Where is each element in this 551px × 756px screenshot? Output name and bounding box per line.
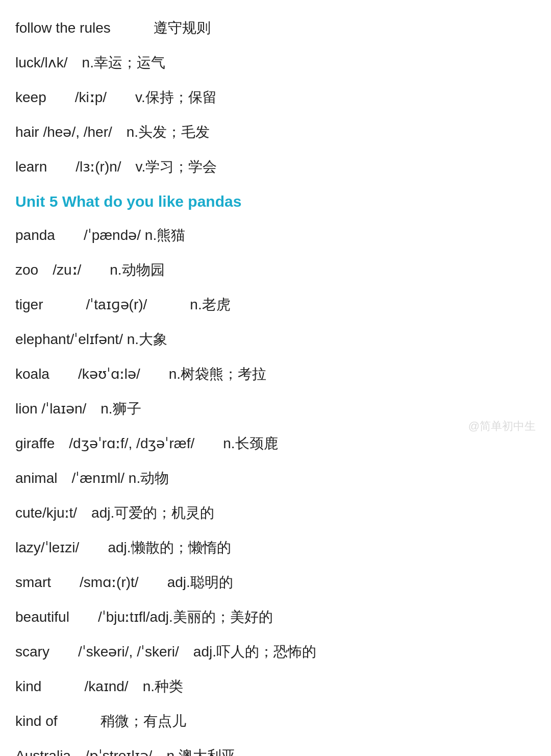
pos-translation: n.长颈鹿 [223,435,278,451]
pos-translation: v.学习；学会 [136,159,217,175]
phonetic: /kiːp/ [75,89,107,105]
separator2 [140,366,169,382]
pos-translation: /ˈpændə/ n.熊猫 [84,227,185,243]
separator [123,331,127,347]
list-item: kind of 稍微；有点儿 [15,703,536,738]
phonetic: /ˈtaɪɡə(r)/ [86,297,147,312]
pos-translation: n.种类 [143,678,183,694]
separator [71,748,85,756]
pos-translation: n.头发；毛发 [127,124,210,140]
pos-translation: n.狮子 [101,401,141,417]
phonetic: /smɑː(r)t/ [80,574,139,590]
word: lion [15,401,38,417]
pos-translation: n.大象 [127,331,167,347]
list-item: giraffe /dʒəˈrɑːf/, /dʒəˈræf/ n.长颈鹿 [15,426,536,460]
phonetic: /ˈbjuːtɪfl/ [98,609,150,625]
list-item: zoo /zuː/ n.动物园 [15,252,536,287]
phonetic: /ˈelɪfənt/ [70,331,122,347]
phonetic: /lʌk/ [41,55,68,70]
separator2 [124,470,129,486]
phonetic: /heə/, /her/ [39,124,112,140]
separator2 [129,678,143,694]
list-item: Australia /ɒˈstreɪlɪə/ n.澳大利亚 [15,738,536,756]
word: Australia [15,748,71,756]
separator [68,55,82,70]
pos-translation: n.动物 [129,470,169,486]
list-item: lion /ˈlaɪən/ n.狮子 [15,391,536,426]
separator [51,574,80,590]
list-item: panda /ˈpændə/ n.熊猫 [15,217,536,252]
separator [55,227,84,243]
word: beautiful [15,609,69,625]
unit-vocab-list: panda /ˈpændə/ n.熊猫 zoo /zuː/ n.动物园 tige… [15,217,536,756]
separator [86,401,101,417]
separator [46,89,75,105]
word: tiger [15,297,43,312]
separator [55,435,69,451]
separator [58,713,101,729]
separator2 [152,748,166,756]
word: hair [15,124,39,140]
separator [38,262,53,278]
vocab-list-pre: follow the rules 遵守规则 luck/lʌk/ n.幸运；运气 … [15,10,536,184]
watermark: @简单初中生 [468,419,536,434]
pos-translation: adj.吓人的；恐怖的 [193,644,316,660]
word: kind of [15,713,58,729]
separator [69,609,98,625]
word: scary [15,644,49,660]
list-item: cute/kjuːt/ adj.可爱的；机灵的 [15,495,536,530]
word: learn [15,159,47,175]
unit-heading: Unit 5 What do you like pandas [15,184,536,217]
phonetic: /dʒəˈrɑːf/, /dʒəˈræf/ [69,435,194,451]
list-item: keep /kiːp/ v.保持；保留 [15,80,536,114]
word: smart [15,574,51,590]
list-item: lazy/ˈleɪzi/ adj.懒散的；懒惰的 [15,530,536,565]
word: luck [15,55,41,70]
phonetic: /kəʊˈɑːlə/ [78,366,140,382]
word: zoo [15,262,38,278]
pos-translation: v.保持；保留 [135,89,217,105]
list-item: luck/lʌk/ n.幸运；运气 [15,45,536,80]
phonetic: /kaɪnd/ [84,678,128,694]
phonetic: /ˈlaɪən/ [38,401,87,417]
phonetic: /ˈskeəri/, /ˈskeri/ [78,644,179,660]
word: animal [15,470,57,486]
list-item: elephant/ˈelɪfənt/ n.大象 [15,322,536,356]
list-item: beautiful /ˈbjuːtɪfl/adj.美丽的；美好的 [15,599,536,634]
separator [57,470,71,486]
word: cute [15,505,42,521]
list-item: follow the rules 遵守规则 [15,10,536,45]
separator [77,505,91,521]
translation: 遵守规则 [154,20,211,36]
phonetic: /kjuːt/ [42,505,77,521]
pos-translation: n.老虎 [190,297,230,312]
list-item: scary /ˈskeəri/, /ˈskeri/ adj.吓人的；恐怖的 [15,634,536,669]
word: kind [15,678,41,694]
list-item: learn /lɜː(r)n/ v.学习；学会 [15,149,536,184]
separator [79,540,108,555]
pos-translation: adj.懒散的；懒惰的 [108,540,231,555]
phonetic: /ɒˈstreɪlɪə/ [85,748,152,756]
separator [112,124,127,140]
separator2 [107,89,135,105]
separator [111,20,154,36]
word: giraffe [15,435,55,451]
pos-translation: n.澳大利亚 [166,748,235,756]
pos-translation: n.树袋熊；考拉 [169,366,266,382]
separator [41,678,84,694]
pos-translation: adj.聪明的 [167,574,233,590]
word: elephant [15,331,70,347]
word: koala [15,366,49,382]
separator [43,297,86,312]
list-item: koala /kəʊˈɑːlə/ n.树袋熊；考拉 [15,356,536,391]
separator2 [179,644,193,660]
pos-translation: 稍微；有点儿 [101,713,186,729]
separator [49,644,78,660]
list-item: hair /heə/, /her/ n.头发；毛发 [15,114,536,149]
phonetic: /ˈleɪzi/ [41,540,80,555]
separator2 [194,435,223,451]
word: keep [15,89,46,105]
list-item: kind /kaɪnd/ n.种类 [15,669,536,703]
list-item: smart /smɑː(r)t/ adj.聪明的 [15,565,536,599]
separator [49,366,78,382]
